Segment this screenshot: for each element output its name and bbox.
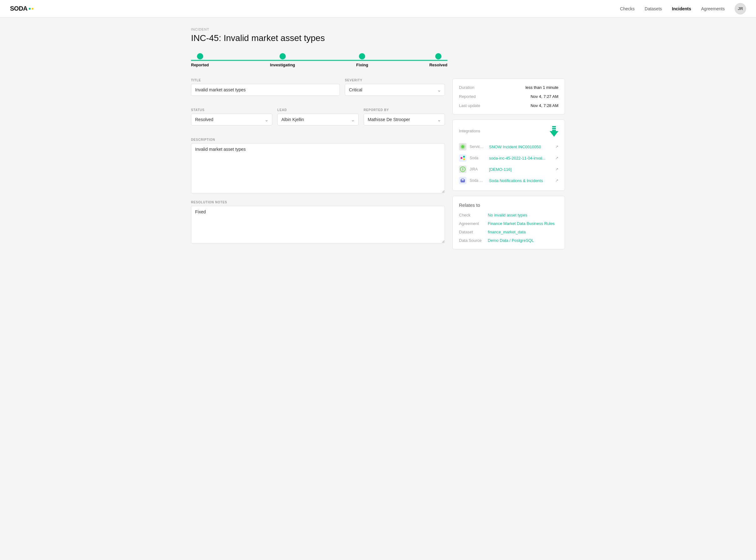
integrations-card: Integrations bbox=[453, 120, 565, 191]
step-dot-fixing bbox=[359, 53, 365, 59]
relates-datasource-key: Data Source bbox=[459, 238, 484, 243]
description-textarea[interactable]: Invalid market asset types bbox=[191, 143, 445, 193]
status-field: STATUS Resolved bbox=[191, 108, 272, 125]
meta-info-card: Duration less than 1 minute Reported Nov… bbox=[453, 79, 565, 115]
lead-field: LEAD Albin Kjellin bbox=[277, 108, 359, 125]
severity-select[interactable]: Critical bbox=[345, 84, 445, 96]
breadcrumb: INCIDENT bbox=[191, 27, 565, 31]
soda-icon bbox=[459, 154, 466, 162]
step-fixing: Fixing bbox=[356, 53, 368, 67]
servicenow-external-icon: ↗ bbox=[555, 144, 559, 149]
nav-agreements[interactable]: Agreements bbox=[701, 6, 725, 11]
nav-checks[interactable]: Checks bbox=[620, 6, 635, 11]
step-resolved: Resolved bbox=[429, 53, 447, 67]
last-update-key: Last update bbox=[459, 103, 480, 108]
status-select-wrapper: Resolved bbox=[191, 114, 272, 125]
resolution-notes-textarea[interactable]: Fixed bbox=[191, 206, 445, 243]
nav-datasets[interactable]: Datasets bbox=[645, 6, 662, 11]
integration-servicenow: ServiceN... SNOW Incident INC0010050 ↗ bbox=[459, 143, 559, 151]
duration-value: less than 1 minute bbox=[525, 85, 559, 90]
lead-select[interactable]: Albin Kjellin bbox=[277, 114, 359, 125]
servicenow-icon bbox=[459, 143, 466, 151]
jira-svg bbox=[460, 166, 466, 173]
lead-select-wrapper: Albin Kjellin bbox=[277, 114, 359, 125]
resolution-notes-field: RESOLUTION NOTES Fixed ⌟ bbox=[191, 201, 445, 244]
nav-incidents[interactable]: Incidents bbox=[672, 6, 691, 11]
relates-dataset-key: Dataset bbox=[459, 229, 484, 234]
step-label-investigating: Investigating bbox=[270, 63, 295, 67]
status-select[interactable]: Resolved bbox=[191, 114, 272, 125]
last-update-value: Nov 4, 7:28 AM bbox=[530, 103, 559, 108]
relates-datasource-value[interactable]: Demo Data / PostgreSQL bbox=[488, 238, 534, 243]
arrow-bars bbox=[552, 126, 556, 131]
arrow-triangle bbox=[550, 131, 559, 137]
arrow-bar-1 bbox=[552, 126, 556, 127]
avatar[interactable]: JR bbox=[735, 3, 746, 14]
teams-svg bbox=[460, 177, 466, 184]
lead-label: LEAD bbox=[277, 108, 359, 112]
jira-name: JIRA bbox=[469, 167, 486, 172]
step-reported: Reported bbox=[191, 53, 209, 67]
teams-icon bbox=[459, 177, 466, 184]
reported-by-label: REPORTED BY bbox=[364, 108, 445, 112]
logo-text: SODA bbox=[10, 5, 27, 12]
soda-noti-link[interactable]: Soda Notifications & Incidents bbox=[489, 178, 551, 183]
left-panel: TITLE SEVERITY Critical STATUS bbox=[191, 79, 445, 251]
svg-point-2 bbox=[461, 157, 462, 159]
progress-steps: Reported Investigating Fixing Resolved bbox=[191, 53, 447, 67]
integrations-title: Integrations bbox=[459, 128, 480, 133]
relates-check-key: Check bbox=[459, 213, 484, 217]
jira-icon bbox=[459, 165, 466, 173]
description-field: DESCRIPTION Invalid market asset types ⌟ bbox=[191, 138, 445, 194]
relates-agreement-row: Agreement Finance Market Data Business R… bbox=[459, 221, 559, 226]
jira-external-icon: ↗ bbox=[555, 167, 559, 172]
step-label-resolved: Resolved bbox=[429, 63, 447, 67]
integration-soda: Soda soda-inc-45-2022-11-04-inval... ↗ bbox=[459, 154, 559, 162]
soda-name: Soda bbox=[469, 156, 486, 160]
progress-bar: Reported Investigating Fixing Resolved bbox=[191, 53, 447, 67]
title-input[interactable] bbox=[191, 84, 340, 96]
last-update-row: Last update Nov 4, 7:28 AM bbox=[459, 103, 559, 108]
duration-key: Duration bbox=[459, 85, 474, 90]
content-layout: TITLE SEVERITY Critical STATUS bbox=[191, 79, 565, 251]
relates-agreement-key: Agreement bbox=[459, 221, 484, 226]
severity-label: SEVERITY bbox=[345, 79, 445, 82]
duration-row: Duration less than 1 minute bbox=[459, 85, 559, 90]
integration-teams: Soda Noti... Soda Notifications & Incide… bbox=[459, 177, 559, 184]
soda-noti-name: Soda Noti... bbox=[469, 178, 486, 183]
jira-link[interactable]: [DEMO-116] bbox=[489, 167, 551, 172]
svg-point-3 bbox=[463, 156, 465, 158]
logo: SODA bbox=[10, 5, 34, 12]
step-dot-resolved bbox=[435, 53, 441, 59]
title-label: TITLE bbox=[191, 79, 340, 82]
soda-svg bbox=[460, 155, 466, 161]
reported-value: Nov 4, 7:27 AM bbox=[530, 94, 559, 99]
title-field: TITLE bbox=[191, 79, 340, 96]
header: SODA Checks Datasets Incidents Agreement… bbox=[0, 0, 756, 18]
logo-dots bbox=[29, 8, 34, 10]
integration-jira: JIRA [DEMO-116] ↗ bbox=[459, 165, 559, 173]
severity-select-wrapper: Critical bbox=[345, 84, 445, 96]
soda-noti-external-icon: ↗ bbox=[555, 178, 559, 183]
relates-agreement-value[interactable]: Finance Market Data Business Rules bbox=[488, 221, 555, 226]
soda-link[interactable]: soda-inc-45-2022-11-04-inval... bbox=[489, 156, 551, 160]
svg-rect-8 bbox=[462, 179, 464, 181]
servicenow-link[interactable]: SNOW Incident INC0010050 bbox=[489, 144, 551, 149]
servicenow-name: ServiceN... bbox=[469, 144, 486, 149]
resolution-notes-label: RESOLUTION NOTES bbox=[191, 201, 445, 204]
relates-check-row: Check No invalid asset types bbox=[459, 213, 559, 217]
logo-dot-green bbox=[29, 8, 30, 10]
relates-to-card: Relates to Check No invalid asset types … bbox=[453, 196, 565, 249]
download-arrow-icon bbox=[550, 126, 559, 137]
svg-point-4 bbox=[463, 158, 465, 160]
description-label: DESCRIPTION bbox=[191, 138, 445, 141]
reported-key: Reported bbox=[459, 94, 476, 99]
relates-dataset-value[interactable]: finance_market_data bbox=[488, 229, 526, 234]
step-dot-reported bbox=[197, 53, 203, 59]
reported-by-select[interactable]: Mathisse De Strooper bbox=[364, 114, 445, 125]
relates-check-value[interactable]: No invalid asset types bbox=[488, 213, 527, 217]
relates-dataset-row: Dataset finance_market_data bbox=[459, 229, 559, 234]
right-panel: Duration less than 1 minute Reported Nov… bbox=[453, 79, 565, 251]
logo-dot-yellow bbox=[31, 8, 34, 10]
step-label-reported: Reported bbox=[191, 63, 209, 67]
